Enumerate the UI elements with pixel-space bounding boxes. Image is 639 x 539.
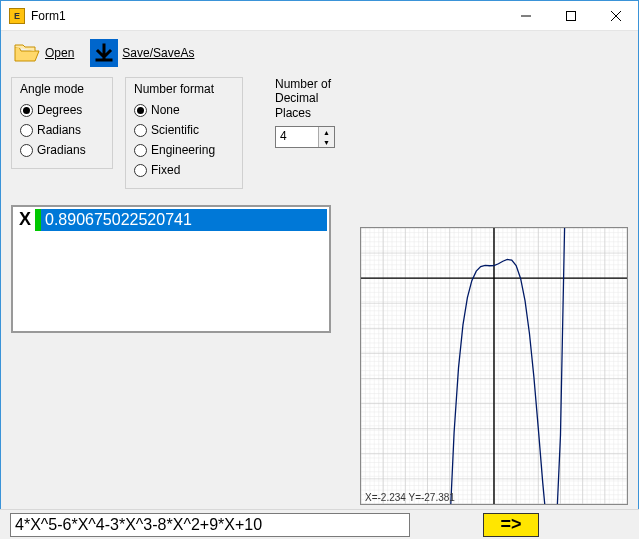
radio-label: Engineering [151,143,215,157]
radio-icon [134,124,147,137]
maximize-button[interactable] [548,1,593,30]
bottom-bar: => [0,509,639,539]
save-icon [90,39,118,67]
radio-icon [20,144,33,157]
open-label: Open [45,46,74,60]
settings-panels: Angle mode DegreesRadiansGradians Number… [11,77,628,189]
angle-option-gradians[interactable]: Gradians [20,140,104,160]
radio-label: Scientific [151,123,199,137]
number-format-title: Number format [134,82,234,96]
angle-mode-group: Angle mode DegreesRadiansGradians [11,77,113,169]
radio-label: Fixed [151,163,180,177]
radio-icon [134,164,147,177]
window-controls [503,1,638,30]
format-option-engineering[interactable]: Engineering [134,140,234,160]
radio-icon [134,104,147,117]
radio-label: Gradians [37,143,86,157]
app-icon: E [9,8,25,24]
radio-label: Radians [37,123,81,137]
close-button[interactable] [593,1,638,30]
titlebar: E Form1 [1,1,638,31]
format-option-scientific[interactable]: Scientific [134,120,234,140]
toolbar: Open Save/SaveAs [11,37,628,69]
minimize-button[interactable] [503,1,548,30]
plot-coordinate-label: X=-2.234 Y=-27.381 [365,492,455,503]
x-value-panel: X 0.890675022520741 [11,205,331,333]
x-value-row[interactable]: X 0.890675022520741 [15,209,327,231]
svg-rect-1 [566,11,575,20]
format-option-fixed[interactable]: Fixed [134,160,234,180]
window-title: Form1 [31,9,503,23]
spinner-buttons: ▲ ▼ [318,127,334,147]
angle-option-radians[interactable]: Radians [20,120,104,140]
x-variable-label: X [15,209,35,231]
content-area: Open Save/SaveAs Angle mode DegreesRadia… [1,31,638,509]
angle-mode-title: Angle mode [20,82,104,96]
decimal-places-spinner[interactable]: 4 ▲ ▼ [275,126,335,148]
decimal-places-label: Number of Decimal Places [275,77,335,120]
plot-canvas [361,228,627,504]
number-format-group: Number format NoneScientificEngineeringF… [125,77,243,189]
radio-icon [134,144,147,157]
spinner-down-icon[interactable]: ▼ [319,137,334,147]
save-label: Save/SaveAs [122,46,194,60]
plot-area[interactable]: X=-2.234 Y=-27.381 [360,227,628,505]
save-button[interactable]: Save/SaveAs [88,37,196,69]
spinner-up-icon[interactable]: ▲ [319,127,334,137]
x-value-display: 0.890675022520741 [41,209,327,231]
formula-input[interactable] [10,513,410,537]
radio-label: None [151,103,180,117]
evaluate-button[interactable]: => [483,513,539,537]
decimal-places-value: 4 [276,127,318,147]
angle-option-degrees[interactable]: Degrees [20,100,104,120]
open-button[interactable]: Open [11,39,76,67]
radio-icon [20,124,33,137]
format-option-none[interactable]: None [134,100,234,120]
decimal-places-block: Number of Decimal Places 4 ▲ ▼ [275,77,335,148]
folder-open-icon [13,41,41,65]
radio-label: Degrees [37,103,82,117]
radio-icon [20,104,33,117]
